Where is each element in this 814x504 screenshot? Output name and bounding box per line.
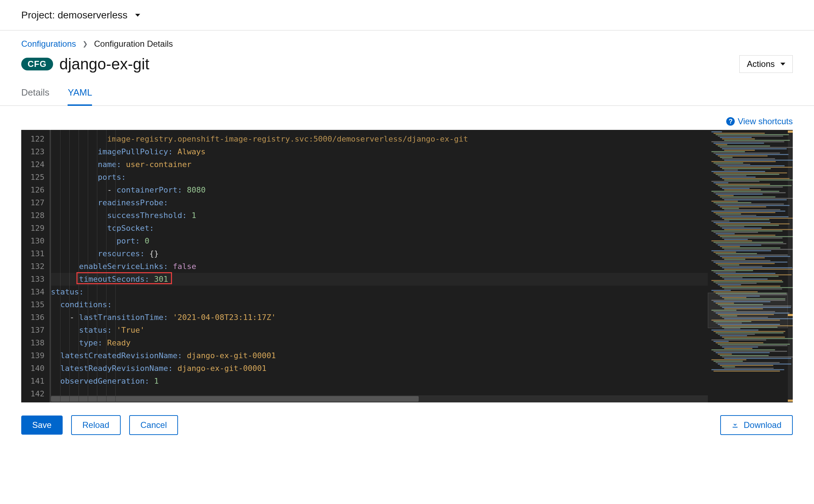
- minimap-marker: [788, 400, 793, 402]
- minimap-marker: [788, 314, 793, 316]
- reload-button[interactable]: Reload: [71, 415, 121, 435]
- download-button[interactable]: Download: [720, 415, 793, 435]
- highlight-box: [76, 272, 172, 284]
- cancel-button[interactable]: Cancel: [129, 415, 178, 435]
- actions-label: Actions: [747, 59, 775, 69]
- download-label: Download: [744, 420, 781, 430]
- editor-code[interactable]: image-registry.openshift-image-registry.…: [51, 130, 708, 402]
- resource-kind-badge: CFG: [21, 58, 53, 70]
- chevron-right-icon: ❯: [82, 40, 88, 48]
- tab-bar: Details YAML: [21, 87, 793, 105]
- breadcrumb: Configurations ❯ Configuration Details: [21, 39, 793, 49]
- view-shortcuts-link[interactable]: ? View shortcuts: [726, 116, 793, 126]
- breadcrumb-current: Configuration Details: [94, 39, 173, 49]
- download-icon: [732, 420, 739, 430]
- minimap-scroll-track[interactable]: [788, 130, 793, 402]
- minimap-viewport[interactable]: [708, 293, 788, 328]
- chevron-down-icon[interactable]: [135, 14, 140, 17]
- editor-minimap[interactable]: [708, 130, 793, 402]
- actions-dropdown[interactable]: Actions: [739, 55, 793, 73]
- project-selector-label[interactable]: Project: demoserverless: [21, 10, 127, 21]
- page-title: django-ex-git: [59, 55, 149, 73]
- yaml-editor[interactable]: 1221231241251261271281291301311321331341…: [21, 130, 793, 402]
- tab-details[interactable]: Details: [21, 87, 49, 105]
- save-button[interactable]: Save: [21, 416, 63, 435]
- chevron-down-icon: [780, 63, 785, 65]
- tab-yaml[interactable]: YAML: [68, 87, 92, 106]
- editor-gutter: 1221231241251261271281291301311321331341…: [21, 130, 51, 402]
- minimap-marker: [788, 131, 793, 133]
- breadcrumb-parent-link[interactable]: Configurations: [21, 39, 76, 49]
- help-icon: ?: [726, 117, 735, 126]
- view-shortcuts-label: View shortcuts: [738, 116, 793, 126]
